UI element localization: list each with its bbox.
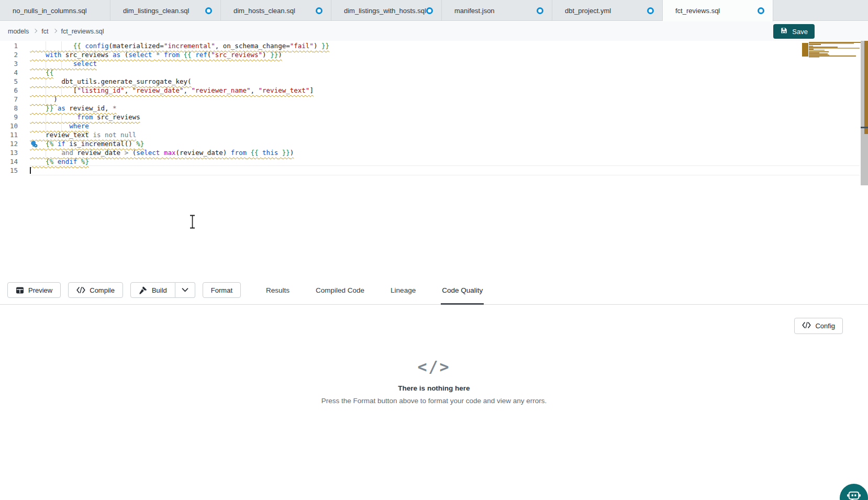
tab-label: no_nulls_in_columns.sql — [13, 7, 87, 15]
tab-dbt_project.yml[interactable]: dbt_project.yml — [552, 0, 663, 21]
code-token — [30, 69, 46, 76]
robot-chat-icon — [846, 490, 862, 500]
table-grid-icon — [16, 286, 24, 294]
code-token: "fail" — [290, 42, 314, 50]
code-token: src_reviews — [61, 51, 113, 59]
panel-tab-results[interactable]: Results — [265, 276, 291, 305]
line-number: 2 — [0, 50, 18, 59]
unsaved-changes-dot-icon — [205, 7, 212, 14]
code-line-15[interactable] — [30, 166, 860, 175]
code-line-14[interactable]: {% endif %} — [30, 157, 860, 166]
code-token: {{ — [184, 51, 196, 59]
button-label: Build — [152, 286, 167, 294]
code-token: {{ — [46, 69, 53, 76]
warning-squiggle-span: and review_date > (select max(review_dat… — [30, 149, 294, 157]
code-token: ) — [262, 51, 270, 59]
code-line-8[interactable]: }} as review_id, * — [30, 104, 860, 113]
tab-fct_reviews.sql[interactable]: fct_reviews.sql — [663, 0, 773, 21]
line-number-gutter: 123456789101112131415 — [0, 41, 18, 175]
warning-squiggle-span: {% endif %} — [30, 158, 89, 165]
toolbar-buttons: PreviewCompileBuildFormat — [7, 282, 248, 298]
breadcrumb-segment[interactable]: models — [8, 28, 29, 35]
code-token: , — [125, 86, 132, 94]
code-token: and — [61, 149, 73, 157]
line-number: 1 — [0, 41, 18, 50]
breadcrumb-segment[interactable]: fct_reviews.sql — [61, 28, 104, 35]
format-button[interactable]: Format — [203, 282, 241, 298]
line-number: 9 — [0, 113, 18, 121]
code-line-11[interactable]: review_text is not null — [30, 130, 860, 139]
code-editor[interactable]: 123456789101112131415 {{ config(material… — [0, 41, 868, 276]
code-line-10[interactable]: where — [30, 121, 860, 130]
tab-dim_hosts_clean.sql[interactable]: dim_hosts_clean.sql — [221, 0, 331, 21]
unsaved-changes-dot-icon — [426, 7, 433, 14]
code-token — [30, 113, 77, 121]
floppy-disk-icon — [780, 27, 788, 36]
code-token — [53, 104, 58, 112]
code-line-12[interactable]: {% if is_incremental() %} — [30, 139, 860, 148]
line-number: 14 — [0, 157, 18, 166]
code-token: [ — [30, 86, 77, 94]
code-line-2[interactable]: with src_reviews as (select * from {{ re… — [30, 50, 860, 59]
warning-squiggle-span: {{ — [30, 69, 53, 76]
code-quality-panel: Config </> There is nothing here Press t… — [0, 305, 868, 500]
tab-dim_listings_with_hosts.sql[interactable]: dim_listings_with_hosts.sql — [331, 0, 442, 21]
code-token: endif — [58, 158, 77, 165]
code-token: {% — [46, 140, 58, 148]
code-line-5[interactable]: dbt_utils.generate_surrogate_key( — [30, 77, 860, 86]
code-line-4[interactable]: {{ — [30, 68, 860, 77]
panel-tab-compiled-code[interactable]: Compiled Code — [315, 276, 365, 305]
code-icon — [802, 322, 811, 330]
line-number: 11 — [0, 130, 18, 139]
line-number: 15 — [0, 166, 18, 175]
code-token: config — [85, 42, 108, 50]
tab-no_nulls_in_columns.sql[interactable]: no_nulls_in_columns.sql — [0, 0, 110, 21]
build-dropdown-button[interactable] — [175, 282, 195, 298]
code-token: select — [136, 149, 160, 157]
code-line-1[interactable]: {{ config(materialized="incremental", on… — [30, 41, 860, 50]
breadcrumb-segment[interactable]: fct — [41, 28, 48, 35]
config-button[interactable]: Config — [794, 318, 843, 334]
code-line-13[interactable]: and review_date > (select max(review_dat… — [30, 148, 860, 157]
build-button[interactable]: Build — [130, 282, 175, 298]
code-line-9[interactable]: from src_reviews — [30, 113, 860, 121]
code-token — [152, 51, 156, 59]
code-token: ( — [120, 51, 128, 59]
code-token: "src_reviews" — [211, 51, 262, 59]
code-line-6[interactable]: ["listing_id", "review_date", "reviewer_… — [30, 86, 860, 95]
save-button[interactable]: Save — [773, 24, 815, 39]
code-token: is_incremental() — [65, 140, 136, 148]
indent-guide — [61, 41, 62, 50]
code-token — [77, 158, 81, 165]
code-token: {{ — [73, 42, 85, 50]
config-button-label: Config — [815, 322, 835, 330]
code-token: if — [58, 140, 65, 148]
code-line-3[interactable]: select — [30, 59, 860, 68]
tab-manifest.json[interactable]: manifest.json — [442, 0, 552, 21]
preview-button[interactable]: Preview — [7, 282, 61, 298]
warning-squiggle-span: dbt_utils.generate_surrogate_key( — [30, 77, 192, 85]
code-token: ( — [128, 149, 136, 157]
tab-dim_listings_clean.sql[interactable]: dim_listings_clean.sql — [110, 0, 221, 21]
panel-tab-lineage[interactable]: Lineage — [390, 276, 417, 305]
code-token: ref — [195, 51, 207, 59]
code-token — [278, 149, 282, 157]
code-token: from — [231, 149, 247, 157]
unsaved-changes-dot-icon — [537, 7, 543, 14]
unsaved-changes-dot-icon — [758, 7, 764, 14]
code-content[interactable]: {{ config(materialized="incremental", on… — [30, 41, 860, 175]
code-line-7[interactable]: ) — [30, 95, 860, 104]
panel-tab-code-quality[interactable]: Code Quality — [441, 276, 484, 305]
line-number: 13 — [0, 148, 18, 157]
minimap[interactable] — [802, 42, 861, 61]
button-label: Compile — [90, 286, 115, 294]
build-split-button-group: Build — [130, 282, 195, 298]
compile-button[interactable]: Compile — [68, 282, 123, 298]
code-token: review_id, — [65, 104, 113, 112]
tab-label: dim_listings_clean.sql — [123, 7, 189, 15]
bottom-toolbar: PreviewCompileBuildFormat ResultsCompile… — [0, 276, 868, 305]
code-token: %} — [136, 140, 144, 148]
warning-squiggle-span: review_text is not null — [30, 131, 136, 139]
chevron-right-icon — [52, 29, 57, 33]
code-token: ) — [30, 95, 58, 103]
